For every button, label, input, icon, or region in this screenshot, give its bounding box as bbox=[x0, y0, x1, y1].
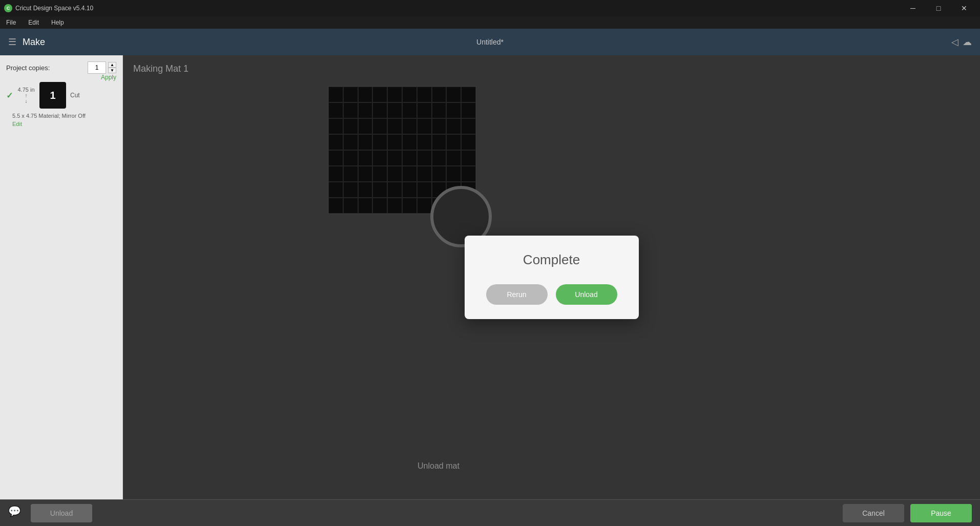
rerun-button[interactable]: Rerun bbox=[486, 284, 548, 305]
mat-material: 5.5 x 4.75 Material; Mirror Off bbox=[12, 113, 116, 119]
maximize-button[interactable]: □ bbox=[927, 0, 950, 16]
complete-dialog: Complete Rerun Unload bbox=[465, 236, 639, 319]
cancel-button[interactable]: Cancel bbox=[843, 504, 904, 522]
apply-button[interactable]: Apply bbox=[101, 74, 116, 81]
minimize-button[interactable]: ─ bbox=[901, 0, 925, 16]
modal-overlay: Complete Rerun Unload bbox=[123, 55, 980, 499]
app-title: Cricut Design Space v5.4.10 bbox=[15, 5, 93, 12]
mat-size-label: 4.75 in ↑ ↓ bbox=[17, 87, 35, 104]
mat-thumbnail: 1 bbox=[39, 82, 66, 109]
pause-button[interactable]: Pause bbox=[910, 504, 972, 522]
mat-cut-label: Cut bbox=[70, 92, 80, 99]
header-right: ◁ ☁ bbox=[951, 36, 972, 48]
bottom-right: Cancel Pause bbox=[843, 504, 972, 522]
project-copies-row: Project copies: 1 ▲ ▼ bbox=[6, 61, 116, 74]
edit-link[interactable]: Edit bbox=[12, 121, 22, 127]
bottom-unload-button[interactable]: Unload bbox=[31, 504, 92, 522]
copies-spinner: 1 ▲ ▼ bbox=[88, 61, 116, 74]
cloud-icon[interactable]: ☁ bbox=[963, 36, 972, 48]
copies-input[interactable]: 1 bbox=[88, 61, 106, 74]
mat-size-top: 4.75 in bbox=[17, 87, 34, 93]
title-bar-left: C Cricut Design Space v5.4.10 bbox=[4, 4, 93, 12]
spinner-buttons: ▲ ▼ bbox=[108, 62, 116, 73]
menu-bar: File Edit Help bbox=[0, 16, 980, 29]
app-header: ☰ Make Untitled* ◁ ☁ bbox=[0, 29, 980, 55]
menu-edit[interactable]: Edit bbox=[26, 18, 41, 27]
spin-up-button[interactable]: ▲ bbox=[108, 62, 116, 68]
header-left: ☰ Make bbox=[8, 36, 45, 48]
title-bar: C Cricut Design Space v5.4.10 ─ □ ✕ bbox=[0, 0, 980, 16]
complete-title: Complete bbox=[485, 252, 618, 268]
close-button[interactable]: ✕ bbox=[952, 0, 976, 16]
mat-item: ✓ 4.75 in ↑ ↓ 1 Cut bbox=[6, 82, 116, 109]
copies-label: Project copies: bbox=[6, 64, 50, 72]
mat-size-arrow-up: ↑ bbox=[25, 93, 28, 98]
mat-size-arrow-down: ↓ bbox=[25, 98, 28, 104]
chat-icon[interactable]: 💬 bbox=[8, 505, 25, 521]
dialog-buttons: Rerun Unload bbox=[485, 284, 618, 305]
make-label: Make bbox=[23, 37, 45, 48]
mat-check-icon: ✓ bbox=[6, 91, 13, 100]
sidebar: Project copies: 1 ▲ ▼ Apply ✓ 4.75 in ↑ … bbox=[0, 55, 123, 499]
spin-down-button[interactable]: ▼ bbox=[108, 68, 116, 73]
canvas-area: Making Mat 1 Unload mat Complete Rerun U… bbox=[123, 55, 980, 499]
menu-icon[interactable]: ☰ bbox=[8, 36, 16, 48]
window-controls: ─ □ ✕ bbox=[901, 0, 976, 16]
bottom-bar: 💬 Unload Cancel Pause bbox=[0, 499, 980, 526]
mat-number: 1 bbox=[50, 90, 55, 101]
project-title: Untitled* bbox=[476, 38, 504, 46]
app-logo: C bbox=[4, 4, 12, 12]
back-icon[interactable]: ◁ bbox=[951, 36, 958, 48]
menu-file[interactable]: File bbox=[4, 18, 18, 27]
menu-help[interactable]: Help bbox=[49, 18, 66, 27]
main-layout: Project copies: 1 ▲ ▼ Apply ✓ 4.75 in ↑ … bbox=[0, 55, 980, 499]
dialog-unload-button[interactable]: Unload bbox=[556, 284, 617, 305]
bottom-left: 💬 Unload bbox=[8, 504, 92, 522]
